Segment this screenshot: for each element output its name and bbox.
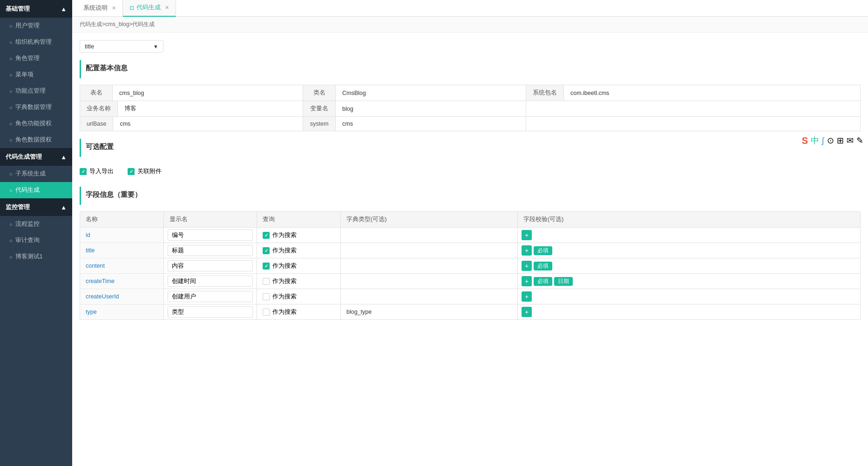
fields-table: 名称 显示名 查询 字典类型(可选) 字段校验(可选) id 作为搜索 +tit… — [80, 211, 861, 320]
tab-code-gen-close[interactable]: ✕ — [165, 5, 169, 11]
field-name-cell: id — [80, 228, 163, 242]
code-gen-icon: ○ — [9, 188, 13, 193]
field-dict-cell — [341, 294, 517, 299]
field-name-cell: content — [80, 259, 163, 273]
field-required-tag[interactable]: 必填 — [534, 246, 552, 255]
varname-value: blog — [336, 102, 360, 116]
tab-sys-info[interactable]: 系统说明 ✕ — [77, 0, 123, 17]
field-query-label: 作为搜索 — [272, 231, 297, 239]
tab-code-gen[interactable]: ⊡ 代码生成 ✕ — [123, 0, 176, 17]
checkbox-assoc-attach-input[interactable] — [128, 168, 135, 175]
blog-test-icon: ○ — [9, 254, 13, 260]
sidebar-item-flow-monitor[interactable]: ○ 流程监控 — [0, 216, 72, 232]
col-validate: 字段校验(可选) — [518, 212, 861, 228]
table-row: createTime 作为搜索 +必填日期 — [80, 274, 861, 289]
sidebar-item-org-mgmt[interactable]: ○ 组织机构管理 — [0, 34, 72, 50]
field-display-input[interactable] — [168, 260, 253, 271]
field-query-checkbox[interactable] — [263, 263, 270, 270]
sidebar-item-code-gen[interactable]: ○ 代码生成 — [0, 182, 72, 198]
sidebar-item-role-func[interactable]: ○ 角色功能授权 — [0, 115, 72, 132]
system-label: system — [303, 117, 336, 131]
field-validate-cell: +必填 — [518, 259, 860, 273]
field-query-checkbox[interactable] — [263, 293, 270, 300]
page-body: title ▼ 配置基本信息 表名 cms_blog 类名 CmsBlog — [72, 33, 868, 327]
field-add-button[interactable]: + — [522, 276, 532, 286]
table-row: createUserId 作为搜索 + — [80, 289, 861, 304]
field-query-checkbox[interactable] — [263, 232, 270, 239]
fields-table-header: 名称 显示名 查询 字典类型(可选) 字段校验(可选) — [80, 212, 861, 228]
grid-icon[interactable]: ⊞ — [837, 135, 844, 146]
field-display-input[interactable] — [168, 291, 253, 302]
field-display-input[interactable] — [168, 276, 253, 287]
mail-icon[interactable]: ✉ — [847, 135, 854, 146]
optional-section: 可选配置 导入导出 关联附件 — [80, 139, 861, 179]
form-row-1: 表名 cms_blog 类名 CmsBlog 系统包名 com.ibeetl.c… — [80, 85, 860, 101]
field-query-checkbox[interactable] — [263, 309, 270, 316]
dropdown-select[interactable]: title ▼ — [80, 40, 163, 53]
sidebar-group-basic[interactable]: 基础管理 ▲ — [0, 0, 72, 18]
col-query: 查询 — [257, 212, 341, 228]
field-dict-cell — [341, 263, 517, 269]
field-display-input[interactable] — [168, 306, 253, 317]
form-cell-varname: 变量名 blog — [303, 101, 526, 116]
sidebar-item-subsys-gen[interactable]: ○ 子系统生成 — [0, 166, 72, 182]
basic-info-form: 表名 cms_blog 类名 CmsBlog 系统包名 com.ibeetl.c… — [80, 85, 861, 131]
field-dict-cell — [341, 232, 517, 238]
field-add-button[interactable]: + — [522, 291, 532, 302]
field-display-input[interactable] — [168, 245, 253, 256]
s-icon[interactable]: S — [802, 135, 808, 146]
checkbox-import-export-label: 导入导出 — [89, 167, 114, 176]
org-mgmt-icon: ○ — [9, 40, 13, 45]
form-cell-package: 系统包名 com.ibeetl.cms — [526, 85, 860, 101]
field-dict-cell — [341, 248, 517, 253]
checkbox-assoc-attach-label: 关联附件 — [137, 167, 162, 176]
sidebar-item-dict-mgmt[interactable]: ○ 字典数据管理 — [0, 99, 72, 115]
varname-label: 变量名 — [303, 101, 336, 116]
table-row: content 作为搜索 +必填 — [80, 258, 861, 274]
field-query-checkbox[interactable] — [263, 278, 270, 285]
checkbox-assoc-attach: 关联附件 — [128, 167, 162, 176]
sidebar-item-func-point[interactable]: ○ 功能点管理 — [0, 83, 72, 99]
sidebar-item-role-mgmt[interactable]: ○ 角色管理 — [0, 50, 72, 67]
sidebar-group-monitor[interactable]: 监控管理 ▲ — [0, 198, 72, 216]
field-add-button[interactable]: + — [522, 245, 532, 256]
checkbox-import-export-input[interactable] — [80, 168, 87, 175]
field-query-checkbox[interactable] — [263, 247, 270, 254]
sidebar-item-audit-query[interactable]: ○ 审计查询 — [0, 232, 72, 249]
form-cell-bizname: 业务名称 博客 — [80, 101, 303, 116]
dropdown-arrow-icon: ▼ — [153, 44, 158, 49]
form-row-3: urlBase cms system cms — [80, 117, 860, 131]
field-name-cell: type — [80, 305, 163, 319]
sidebar-group-codegen[interactable]: 代码生成管理 ▲ — [0, 148, 72, 166]
sidebar-item-role-data[interactable]: ○ 角色数据授权 — [0, 132, 72, 148]
sidebar-item-user-mgmt[interactable]: ○ 用户管理 — [0, 18, 72, 34]
sidebar-item-blog-test[interactable]: ○ 博客测试1 — [0, 249, 72, 265]
field-display-input[interactable] — [168, 230, 253, 241]
dict-mgmt-icon: ○ — [9, 105, 13, 110]
form-cell-system: system cms — [303, 117, 526, 131]
zh-icon[interactable]: 中 — [811, 135, 819, 146]
brush-icon[interactable]: ∫ — [822, 136, 824, 146]
circle-icon[interactable]: ⊙ — [827, 135, 834, 146]
sidebar: 基础管理 ▲ ○ 用户管理 ○ 组织机构管理 ○ 角色管理 ○ 菜单项 ○ 功能… — [0, 0, 72, 466]
field-add-button[interactable]: + — [522, 261, 532, 271]
field-add-button[interactable]: + — [522, 307, 532, 317]
table-row: id 作为搜索 + — [80, 228, 861, 243]
sidebar-items-monitor: ○ 流程监控 ○ 审计查询 ○ 博客测试1 — [0, 216, 72, 265]
edit-icon[interactable]: ✎ — [856, 135, 863, 146]
form-cell-tablename: 表名 cms_blog — [80, 85, 303, 101]
field-name-cell: title — [80, 243, 163, 257]
sidebar-item-menu[interactable]: ○ 菜单项 — [0, 67, 72, 83]
table-row: type 作为搜索 blog_type+ — [80, 304, 861, 320]
package-label: 系统包名 — [526, 85, 564, 101]
urlbase-value: cms — [113, 117, 137, 131]
field-add-button[interactable]: + — [522, 230, 532, 240]
field-date-tag[interactable]: 日期 — [554, 277, 573, 286]
role-data-icon: ○ — [9, 137, 13, 143]
field-required-tag[interactable]: 必填 — [534, 277, 552, 286]
urlbase-label: urlBase — [80, 117, 113, 131]
tab-code-gen-label: 代码生成 — [136, 4, 161, 12]
tab-sys-info-close[interactable]: ✕ — [112, 5, 116, 11]
basic-info-section-title: 配置基本信息 — [80, 60, 861, 78]
field-required-tag[interactable]: 必填 — [534, 262, 552, 270]
